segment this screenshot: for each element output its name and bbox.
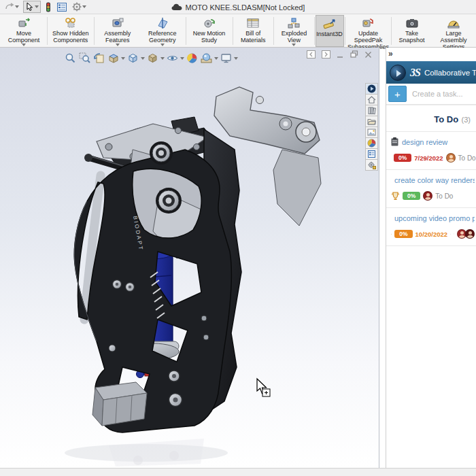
assignee-avatar[interactable] bbox=[465, 229, 475, 239]
settings-dropdown-arrow[interactable] bbox=[82, 5, 86, 8]
reference-geometry-button[interactable]: Reference Geometry bbox=[140, 15, 185, 47]
create-task-input[interactable] bbox=[412, 90, 473, 98]
panel-title: Collaborative Ta bbox=[424, 69, 476, 77]
select-dropdown-arrow[interactable] bbox=[35, 5, 39, 8]
new-motion-study-icon bbox=[203, 17, 216, 29]
update-speedpak-button[interactable]: Update SpeedPak Subassemblies bbox=[345, 15, 390, 47]
task-title-row: create color way renders bbox=[391, 175, 475, 184]
task-title-link[interactable]: upcoming video promo pro bbox=[394, 214, 475, 222]
ribbon-separator bbox=[314, 17, 315, 45]
gear-icon bbox=[72, 2, 82, 12]
task-meta-row: 0% 10/20/2022 bbox=[391, 229, 475, 239]
knee-bearing bbox=[156, 188, 182, 214]
reference-geometry-icon bbox=[156, 17, 169, 29]
task-card[interactable]: upcoming video promo pro 0% 10/20/2022 bbox=[386, 207, 476, 245]
todo-section-header: To Do (3) bbox=[386, 105, 476, 131]
task-card[interactable]: design review 0% 7/29/2022 To Do bbox=[386, 131, 476, 169]
task-status: To Do bbox=[435, 192, 453, 200]
large-assembly-settings-button[interactable]: Large Assembly Settings bbox=[431, 15, 476, 47]
todo-list: To Do (3) design review 0% bbox=[386, 105, 476, 462]
foot-block bbox=[92, 382, 147, 426]
bill-of-materials-icon bbox=[246, 17, 260, 29]
add-task-button[interactable]: + bbox=[388, 86, 407, 102]
dropdown-arrow[interactable] bbox=[292, 44, 296, 46]
show-hidden-components-button[interactable]: Show Hidden Components bbox=[48, 15, 93, 47]
select-cursor-icon bbox=[25, 2, 34, 12]
task-title-link[interactable]: create color way renders bbox=[394, 176, 475, 184]
3dexperience-compass-icon bbox=[390, 65, 406, 81]
mouse-cursor bbox=[254, 377, 272, 398]
collapse-pane-button[interactable]: » bbox=[388, 49, 393, 58]
model-reflection bbox=[65, 439, 228, 466]
undo-icon bbox=[4, 3, 14, 12]
due-date: 10/20/2022 bbox=[415, 231, 448, 238]
trophy-icon bbox=[391, 192, 400, 201]
clipboard-icon bbox=[391, 137, 398, 146]
task-meta-row: 0% 7/29/2022 To Do bbox=[391, 153, 475, 163]
ribbon-separator bbox=[273, 17, 274, 45]
assembly-features-icon bbox=[111, 17, 124, 29]
ribbon-separator bbox=[391, 17, 392, 45]
show-hidden-components-icon bbox=[64, 17, 78, 29]
command-ribbon: Move Component Show Hidden Components As… bbox=[0, 14, 476, 48]
assembly-features-button[interactable]: Assembly Features bbox=[95, 15, 140, 47]
move-component-button[interactable]: Move Component bbox=[1, 15, 46, 47]
interference-check-button[interactable] bbox=[44, 1, 53, 13]
3d-model-moto-knee[interactable]: BIODAPT bbox=[0, 48, 379, 468]
task-meta-row: 0% To Do bbox=[391, 191, 475, 201]
trophy-icon bbox=[391, 230, 392, 239]
update-speedpak-icon bbox=[361, 17, 375, 29]
list-divider bbox=[386, 245, 476, 246]
ribbon-separator bbox=[94, 17, 95, 45]
undo-button[interactable] bbox=[3, 2, 20, 12]
options-list-button[interactable] bbox=[56, 2, 68, 12]
pin-icon bbox=[450, 231, 451, 238]
ribbon-separator bbox=[345, 17, 345, 45]
instant3d-icon bbox=[322, 18, 337, 30]
progress-badge: 0% bbox=[394, 230, 412, 239]
task-status: To Do bbox=[458, 154, 476, 162]
ribbon-separator bbox=[47, 17, 48, 45]
take-snapshot-button[interactable]: Take Snapshot bbox=[392, 15, 431, 47]
traffic-light-icon bbox=[45, 2, 52, 12]
undo-dropdown-arrow[interactable] bbox=[15, 5, 19, 8]
due-date: 7/29/2022 bbox=[414, 154, 443, 162]
camera-icon bbox=[405, 17, 419, 29]
ribbon-separator bbox=[233, 17, 233, 45]
progress-badge: 0% bbox=[403, 192, 420, 201]
ribbon-separator bbox=[186, 17, 186, 45]
assignee-avatar[interactable] bbox=[446, 153, 456, 163]
status-bar bbox=[0, 468, 476, 476]
task-pane-panel: » 3S Collaborative Ta + To Do (3) design… bbox=[386, 48, 476, 468]
3ds-logo: 3S bbox=[410, 67, 420, 79]
properties-list-icon bbox=[57, 3, 67, 12]
exploded-view-button[interactable]: Exploded View bbox=[275, 15, 313, 47]
paperclip-icon bbox=[454, 230, 454, 238]
assignee-avatar[interactable] bbox=[423, 191, 432, 201]
dropdown-arrow[interactable] bbox=[116, 44, 120, 46]
exploded-view-icon bbox=[287, 17, 301, 29]
move-component-icon bbox=[17, 17, 31, 29]
task-title-row: upcoming video promo pro bbox=[391, 214, 475, 222]
task-title-row: design review bbox=[391, 137, 475, 146]
upper-bearing bbox=[150, 141, 173, 165]
new-motion-study-button[interactable]: New Motion Study bbox=[187, 15, 232, 47]
collaborative-tasks-header: 3S Collaborative Ta bbox=[386, 61, 476, 84]
dropdown-arrow[interactable] bbox=[160, 44, 165, 46]
create-task-row: + bbox=[386, 84, 476, 105]
task-card[interactable]: create color way renders 0% To Do bbox=[386, 169, 476, 207]
cloud-icon bbox=[171, 3, 182, 11]
instant3d-button[interactable]: Instant3D bbox=[316, 15, 344, 47]
title-bar: MOTO KNEE.SLDASM[Not Locked] bbox=[0, 0, 476, 14]
task-title-link[interactable]: design review bbox=[402, 138, 447, 146]
bill-of-materials-button[interactable]: Bill of Materials bbox=[233, 15, 273, 47]
graphics-viewport[interactable]: BIODAPT bbox=[0, 48, 379, 468]
large-assembly-settings-icon bbox=[447, 17, 460, 29]
dropdown-arrow[interactable] bbox=[22, 44, 26, 46]
select-tool-button[interactable] bbox=[23, 1, 41, 13]
settings-button[interactable] bbox=[71, 1, 88, 12]
progress-badge: 0% bbox=[394, 154, 411, 163]
